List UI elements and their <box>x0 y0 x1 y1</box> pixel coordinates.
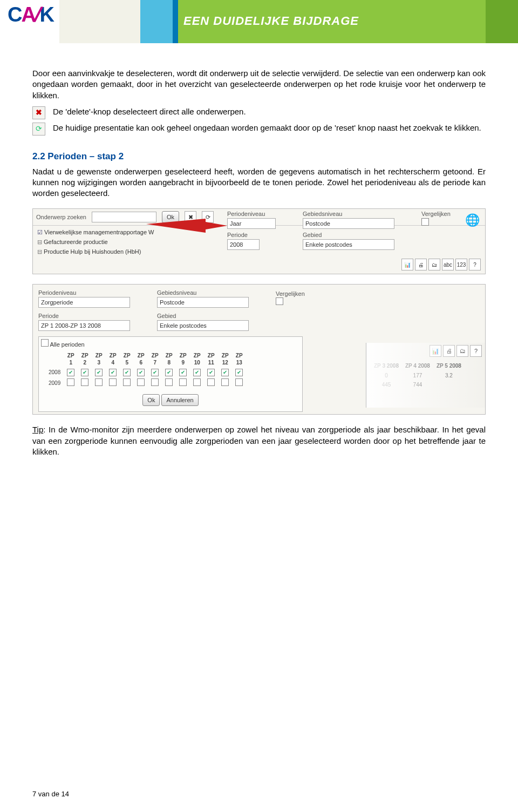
delete-description: De 'delete'-knop deselecteert direct all… <box>53 106 246 117</box>
vergelijken-checkbox[interactable] <box>421 218 429 226</box>
screenshot-perioden-popup: Periodeniveau Zorgperiode Gebiedsniveau … <box>32 284 486 415</box>
period-checkbox[interactable] <box>81 378 88 386</box>
screenshot-toolbar: Onderwerp zoeken Ok ✖ ⟳ Vierwekelijkse m… <box>32 208 486 274</box>
period-checkbox[interactable] <box>221 369 229 376</box>
gebiedsniveau-select[interactable]: Postcode <box>303 218 394 229</box>
vergelijken-label: Vergelijken <box>421 210 451 218</box>
svg-marker-0 <box>146 219 227 233</box>
period-checkbox[interactable] <box>193 378 201 386</box>
zp-col: ZP6 <box>134 351 148 368</box>
periodeniveau-label: Periodeniveau <box>38 289 152 297</box>
ok-button[interactable]: Ok <box>142 394 160 406</box>
help-icon[interactable]: ? <box>469 259 481 270</box>
period-grid: ZP1ZP2ZP3ZP4ZP5ZP6ZP7ZP8ZP9ZP10ZP11ZP12Z… <box>45 351 246 389</box>
reset-icon-row: ⟳ De huidige presentatie kan ook geheel … <box>32 123 486 136</box>
periodeniveau-select[interactable]: Jaar <box>227 218 276 229</box>
reset-description: De huidige presentatie kan ook geheel on… <box>53 123 481 133</box>
gebied-label: Gebied <box>157 312 270 320</box>
gebiedsniveau-label: Gebiedsniveau <box>157 289 270 297</box>
logo: CA/K <box>8 3 53 26</box>
year-label[interactable]: 2008 <box>45 368 64 377</box>
zp-col: ZP7 <box>148 351 162 368</box>
alle-perioden-checkbox[interactable] <box>41 339 49 347</box>
tip-label: Tip <box>32 425 43 434</box>
print-icon[interactable]: 🖨 <box>415 259 427 270</box>
period-checkbox[interactable] <box>193 369 201 376</box>
123-icon[interactable]: 123 <box>455 259 467 270</box>
chart-icon[interactable]: 📊 <box>401 259 413 270</box>
period-checkbox[interactable] <box>165 378 173 386</box>
period-checkbox[interactable] <box>95 369 103 376</box>
periodeniveau-label: Periodeniveau <box>227 210 292 218</box>
zp-col: ZP2 <box>78 351 92 368</box>
period-checkbox[interactable] <box>179 369 187 376</box>
page-footer: 7 van de 14 <box>32 790 69 798</box>
toolbar-icons: 📊 🖨 🗂 abc 123 ? <box>401 259 481 270</box>
period-checkbox[interactable] <box>165 369 173 376</box>
paragraph-perioden: Nadat u de gewenste onderwerpen geselect… <box>32 166 486 199</box>
zp-col: ZP9 <box>176 351 190 368</box>
periode-select[interactable]: ZP 1 2008-ZP 13 2008 <box>38 320 130 331</box>
zp-col: ZP5 <box>120 351 134 368</box>
gebiedsniveau-select[interactable]: Postcode <box>157 297 249 308</box>
zp-col: ZP3 <box>92 351 106 368</box>
delete-icon-row: ✖ De 'delete'-knop deselecteert direct a… <box>32 106 486 119</box>
abc-icon[interactable]: abc <box>442 259 454 270</box>
periodeniveau-select[interactable]: Zorgperiode <box>38 297 130 308</box>
period-checkbox[interactable] <box>95 378 103 386</box>
header-banner: CA/K EEN DUIDELIJKE BIJDRAGE <box>0 0 518 43</box>
fade-overlay <box>366 343 485 408</box>
period-checkbox[interactable] <box>137 369 145 376</box>
period-checkbox[interactable] <box>179 378 187 386</box>
alle-perioden-label: Alle perioden <box>50 341 84 348</box>
period-checkbox[interactable] <box>207 378 215 386</box>
gebied-select[interactable]: Enkele postcodes <box>303 239 394 250</box>
period-checkbox[interactable] <box>67 369 74 376</box>
gebied-label: Gebied <box>303 231 400 239</box>
cancel-button[interactable]: Annuleren <box>161 394 198 406</box>
zp-col: ZP1 <box>64 351 78 368</box>
zp-col: ZP12 <box>218 351 232 368</box>
periode-label: Periode <box>227 231 292 239</box>
period-checkbox[interactable] <box>235 369 243 376</box>
reset-icon: ⟳ <box>32 123 45 136</box>
period-checkbox[interactable] <box>67 378 74 386</box>
zp-col: ZP13 <box>232 351 246 368</box>
periode-label: Periode <box>38 312 152 320</box>
period-checkbox[interactable] <box>109 378 117 386</box>
zp-col: ZP4 <box>106 351 120 368</box>
zp-col: ZP11 <box>204 351 218 368</box>
tip-paragraph: Tip: In de Wmo-monitor zijn meerdere ond… <box>32 424 486 457</box>
logo-letter-c: C <box>8 3 21 26</box>
paragraph-deselect: Door een aanvinkvakje te deselecteren, w… <box>32 68 486 101</box>
periode-select[interactable]: 2008 <box>227 239 260 250</box>
period-checkbox[interactable] <box>123 369 131 376</box>
gebied-select[interactable]: Enkele postcodes <box>157 320 249 331</box>
export-icon[interactable]: 🗂 <box>428 259 440 270</box>
tip-text: : In de Wmo-monitor zijn meerdere onderw… <box>32 425 486 456</box>
period-checkbox[interactable] <box>221 378 229 386</box>
period-checkbox[interactable] <box>151 369 159 376</box>
tagline: EEN DUIDELIJKE BIJDRAGE <box>183 14 359 28</box>
period-checkbox[interactable] <box>151 378 159 386</box>
zp-col: ZP8 <box>162 351 176 368</box>
search-label: Onderwerp zoeken <box>36 213 86 221</box>
zp-col: ZP10 <box>190 351 204 368</box>
period-checkbox[interactable] <box>235 378 243 386</box>
period-checkbox[interactable] <box>81 369 88 376</box>
red-arrow <box>146 219 227 233</box>
delete-icon: ✖ <box>32 106 45 119</box>
gebiedsniveau-label: Gebiedsniveau <box>303 210 400 218</box>
heading-perioden: 2.2 Perioden – stap 2 <box>32 151 486 163</box>
vergelijken-label: Vergelijken <box>276 290 357 298</box>
year-label[interactable]: 2009 <box>45 377 64 389</box>
period-checkbox[interactable] <box>207 369 215 376</box>
vergelijken-checkbox[interactable] <box>276 297 283 305</box>
period-checkbox[interactable] <box>137 378 145 386</box>
period-checkbox[interactable] <box>109 369 117 376</box>
globe-icon[interactable]: 🌐 <box>465 212 480 228</box>
period-checkbox[interactable] <box>123 378 131 386</box>
